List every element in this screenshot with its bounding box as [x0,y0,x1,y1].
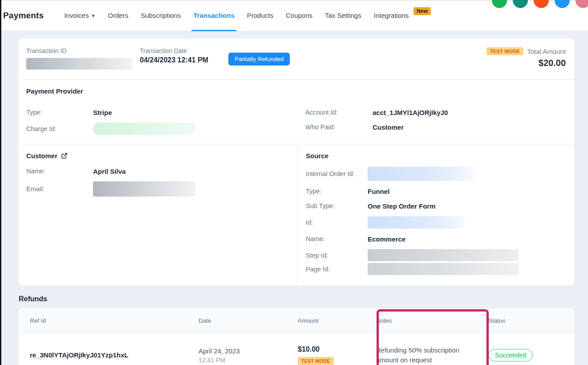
column-header-amount: Amount [298,317,376,324]
customer-email-label: Email: [26,185,93,193]
payment-provider-title: Payment Provider [26,87,567,95]
refund-time: 12:41 PM [199,357,298,364]
refund-status-badge: Succeeded [488,349,533,361]
page-id-redacted [368,263,519,275]
test-mode-badge: TEST MODE [487,47,524,55]
internal-order-id-label: Internal Order Id: [306,170,368,177]
page-title: Payments [3,11,44,21]
tab-tax-settings[interactable]: Tax Settings [319,0,368,31]
refund-ref-id: re_3N0lYTAjORjIkyJ01Yzp1hxL [30,351,128,359]
step-id-label: Step Id: [306,252,368,259]
tab-integrations[interactable]: Integrations New [368,0,437,31]
source-name-value: Ecommerce [368,235,406,243]
column-header-notes: Notes [376,317,488,324]
new-badge: New [414,7,431,15]
source-id-redacted [368,216,465,229]
provider-type-value: Stripe [93,109,112,116]
column-header-ref-id: Ref Id [18,317,199,324]
status-badge: Partially Refunded [228,53,290,66]
top-navigation: Payments Invoices ▼ Orders Subscriptions… [0,0,588,31]
tab-coupons[interactable]: Coupons [280,0,319,31]
tab-orders[interactable]: Orders [101,0,134,31]
customer-name-value: April Silva [93,168,126,175]
source-section: Source Internal Order Id: Type: Funnel S… [297,144,575,286]
tab-products[interactable]: Products [241,0,280,31]
external-link-icon[interactable] [61,152,68,159]
nav-tabs: Invoices ▼ Orders Subscriptions Transact… [58,0,437,31]
transaction-summary-row: Transaction ID Transaction Date 04/24/20… [18,38,575,79]
refunds-title: Refunds [19,295,588,303]
source-type-label: Type: [306,188,368,195]
transaction-date-value: 04/24/2023 12:41 PM [140,56,223,64]
app-icon-blue[interactable] [555,0,570,8]
refund-test-mode-badge: TEST MODE [298,357,334,365]
app-icon-green[interactable] [492,0,507,8]
page-id-label: Page Id: [306,266,368,273]
app-icon-orange[interactable] [534,0,549,8]
total-amount-value: $20.00 [487,58,566,68]
source-type-value: Funnel [368,188,389,195]
who-paid-value: Customer [373,123,404,131]
refunds-table-header: Ref Id Date Amount Notes Status [18,308,575,333]
transaction-id-label: Transaction ID [26,47,140,54]
step-id-redacted [368,249,519,261]
payment-provider-section: Payment Provider Type: Stripe Charge Id:… [18,80,575,144]
account-id-value: acct_1JMYl1AjORjIkyJ0 [373,109,448,116]
refunds-table-card: Ref Id Date Amount Notes Status re_3N0lY… [18,308,575,365]
source-name-label: Name: [306,235,368,242]
source-title: Source [306,152,567,160]
app-icon-pink[interactable] [576,0,588,8]
source-sub-type-label: Sub Type: [306,202,368,209]
customer-title: Customer [26,152,57,160]
provider-type-label: Type: [26,109,93,116]
transaction-date-label: Transaction Date [140,47,223,54]
refund-date: April 24, 2023 [199,347,298,355]
total-amount-label: Total Amount [527,48,566,55]
refund-amount: $10.00 [298,345,376,353]
app-icon-teal[interactable] [513,0,528,8]
transaction-id-redacted [26,58,132,70]
charge-id-redacted [93,123,195,135]
window-left-edge [0,0,1,365]
customer-email-redacted [93,181,195,197]
source-id-label: Id: [306,219,368,226]
chevron-down-icon: ▼ [91,13,95,18]
transaction-detail-card: Transaction ID Transaction Date 04/24/20… [18,38,575,286]
refund-table-row: re_3N0lYTAjORjIkyJ01Yzp1hxL April 24, 20… [18,333,575,365]
column-header-status: Status [488,317,575,324]
customer-name-label: Name: [26,168,93,175]
tab-subscriptions[interactable]: Subscriptions [134,0,187,31]
who-paid-label: Who Paid: [305,123,373,131]
browser-app-icons [492,0,588,8]
internal-order-id-redacted [368,167,475,181]
tab-transactions[interactable]: Transactions [187,0,241,31]
charge-id-label: Charge Id: [26,125,93,132]
account-id-label: Account Id: [305,109,373,116]
customer-section: Customer Name: April Silva Email: [18,144,297,286]
tab-invoices[interactable]: Invoices ▼ [58,0,101,31]
source-sub-type-value: One Step Order Form [368,202,436,210]
refund-notes: Refunding 50% subscription amount on req… [376,340,472,365]
column-header-date: Date [199,317,298,324]
